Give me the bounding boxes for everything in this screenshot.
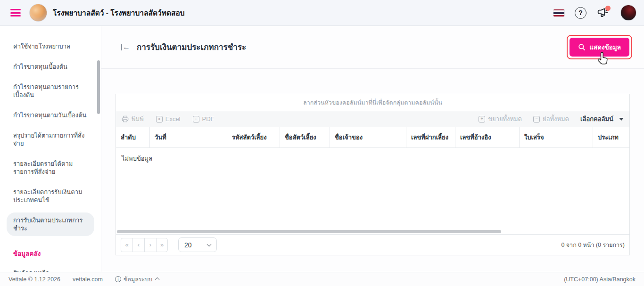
- horizontal-scrollbar[interactable]: [117, 230, 501, 233]
- top-bar-actions: ?: [553, 5, 636, 21]
- choose-columns-button[interactable]: เลือกคอลัมน์: [580, 114, 624, 124]
- collapse-sidebar-icon[interactable]: ←: [121, 43, 130, 51]
- system-info-toggle[interactable]: i ข้อมูลระบบ: [115, 275, 159, 284]
- grid-header-row: ลำดับ วันที่ รหัสสัตว์เลี้ยง ชื่อสัตว์เล…: [116, 127, 629, 148]
- app-window: โรงพยาบาลสัตว์ - โรงพยาบาลสัตว์ทดสอบ ? ค…: [0, 0, 644, 286]
- column-header-label: เลขที่อ้างอิง: [460, 134, 491, 141]
- column-header-label: เลขที่ฝากเลี้ยง: [411, 134, 448, 141]
- sidebar: ค่าใช้จ่ายโรงพยาบาล กำไรขาดทุนเบื้องต้น …: [0, 26, 101, 272]
- sidebar-item-profit-loss-by-item[interactable]: กำไรขาดทุนตามรายการเบื้องต้น: [7, 79, 94, 103]
- organization-title: โรงพยาบาลสัตว์ - โรงพยาบาลสัตว์ทดสอบ: [53, 7, 185, 19]
- pager-info: 0 จาก 0 หน้า (0 รายการ): [561, 240, 625, 250]
- pager-buttons: « ‹ › »: [121, 238, 168, 252]
- column-header-label: ประเภท: [598, 134, 619, 141]
- column-header-label: ชื่อเจ้าของ: [335, 134, 363, 141]
- column-header-type[interactable]: ประเภท: [593, 127, 629, 147]
- help-icon[interactable]: ?: [575, 7, 586, 19]
- chevron-down-icon: [619, 118, 624, 121]
- sidebar-item-hospital-expenses[interactable]: ค่าใช้จ่ายโรงพยาบาล: [7, 39, 94, 54]
- column-header-pet-code[interactable]: รหัสสัตว์เลี้ยง: [227, 127, 280, 147]
- show-data-button[interactable]: แสดงข้อมูล: [570, 38, 629, 57]
- export-excel-button[interactable]: x Excel: [156, 115, 181, 123]
- pdf-label: PDF: [202, 115, 215, 123]
- sidebar-menu: ค่าใช้จ่ายโรงพยาบาล กำไรขาดทุนเบื้องต้น …: [0, 26, 101, 272]
- column-header-date[interactable]: วันที่: [150, 127, 227, 147]
- sidebar-item-label: กำไรขาดทุนตามรายการเบื้องต้น: [13, 83, 79, 98]
- user-avatar[interactable]: [620, 5, 636, 21]
- info-icon: i: [115, 276, 121, 282]
- column-header-pet-name[interactable]: ชื่อสัตว์เลี้ยง: [280, 127, 330, 147]
- collapse-all-icon: −: [533, 116, 540, 123]
- column-header-label: ชื่อสัตว์เลี้ยง: [285, 134, 316, 141]
- pager-prev-button[interactable]: ‹: [132, 238, 144, 252]
- footer: Vettale © 1.12 2026 vettale.com i ข้อมูล…: [0, 272, 644, 286]
- excel-icon: x: [156, 116, 163, 123]
- sidebar-item-label: รายละเอียดการรับเงินตามประเภทคนไข้: [13, 188, 83, 204]
- website-link[interactable]: vettale.com: [73, 276, 103, 283]
- sidebar-item-preliminary-profit-loss[interactable]: กำไรขาดทุนเบื้องต้น: [7, 59, 94, 74]
- sidebar-item-income-detail-by-order[interactable]: รายละเอียดรายได้ตามรายการที่สั่งจ่าย: [7, 156, 94, 180]
- collapse-all-label: ย่อทั้งหมด: [543, 114, 569, 124]
- grid-toolbar: พิมพ์ x Excel ↓ PDF + ขยายทั้งหมด −: [116, 111, 629, 127]
- sidebar-item-label: การรับเงินตามประเภทการชำระ: [13, 217, 83, 232]
- copyright-text: Vettale © 1.12 2026: [8, 276, 60, 283]
- sidebar-section-inventory: ข้อมูลคลัง: [7, 248, 94, 259]
- show-data-button-focus-ring: แสดงข้อมูล: [567, 35, 632, 59]
- column-header-label: รหัสสัตว์เลี้ยง: [232, 134, 267, 141]
- sidebar-item-label: รายละเอียดรายได้ตามรายการที่สั่งจ่าย: [13, 160, 73, 175]
- sidebar-scrollbar[interactable]: [97, 60, 100, 114]
- page-header: ← การรับเงินตามประเภทการชำระ แสดงข้อมูล: [101, 26, 644, 69]
- page-size-value: 20: [184, 241, 192, 249]
- column-header-receipt[interactable]: ใบเสร็จ: [520, 127, 593, 147]
- column-header-label: วันที่: [155, 134, 166, 141]
- sidebar-item-income-summary-by-order[interactable]: สรุปรายได้ตามรายการที่สั่งจ่าย: [7, 128, 94, 151]
- empty-state-text: ไม่พบข้อมูล: [116, 148, 629, 169]
- show-data-button-label: แสดงข้อมูล: [589, 42, 621, 52]
- notification-dot: [605, 6, 611, 11]
- page-title: การรับเงินตามประเภทการชำระ: [137, 41, 246, 53]
- page-size-select[interactable]: 20: [178, 237, 217, 252]
- excel-label: Excel: [165, 115, 181, 123]
- grid-body: ไม่พบข้อมูล: [116, 148, 629, 234]
- group-by-hint: ลากส่วนหัวของคอลัมน์มาที่นี่เพื่อจัดกลุ่…: [303, 98, 442, 107]
- print-button[interactable]: พิมพ์: [122, 114, 144, 124]
- column-header-order[interactable]: ลำดับ: [116, 127, 150, 147]
- search-icon: [578, 43, 586, 51]
- column-header-reference-no[interactable]: เลขที่อ้างอิง: [455, 127, 520, 147]
- sidebar-item-remaining-stock[interactable]: สินค้าคงเหลือ: [7, 265, 94, 272]
- expand-all-label: ขยายทั้งหมด: [488, 114, 522, 124]
- collapse-arrow-glyph: ←: [123, 43, 130, 51]
- main-content: ← การรับเงินตามประเภทการชำระ แสดงข้อมูล: [101, 26, 644, 272]
- data-grid: ลากส่วนหัวของคอลัมน์มาที่นี่เพื่อจัดกลุ่…: [116, 94, 630, 255]
- collapse-all-button[interactable]: − ย่อทั้งหมด: [533, 114, 569, 124]
- export-pdf-button[interactable]: ↓ PDF: [193, 115, 215, 123]
- organization-avatar[interactable]: [29, 4, 47, 22]
- chevron-down-icon: [207, 242, 212, 246]
- group-by-panel[interactable]: ลากส่วนหัวของคอลัมน์มาที่นี่เพื่อจัดกลุ่…: [116, 94, 629, 111]
- top-bar: โรงพยาบาลสัตว์ - โรงพยาบาลสัตว์ทดสอบ ?: [0, 0, 644, 26]
- pager-last-button[interactable]: »: [156, 238, 168, 252]
- sidebar-item-label: กำไรขาดทุนตามวันเบื้องต้น: [13, 112, 86, 119]
- sidebar-item-profit-loss-by-day[interactable]: กำไรขาดทุนตามวันเบื้องต้น: [7, 107, 94, 123]
- sidebar-item-receipts-by-patient-type[interactable]: รายละเอียดการรับเงินตามประเภทคนไข้: [7, 184, 94, 208]
- column-header-label: ใบเสร็จ: [524, 134, 544, 141]
- choose-columns-label: เลือกคอลัมน์: [580, 114, 613, 124]
- system-info-label: ข้อมูลระบบ: [124, 275, 152, 284]
- pager-next-button[interactable]: ›: [144, 238, 156, 252]
- language-flag-thailand-icon[interactable]: [553, 9, 564, 16]
- timezone-text: (UTC+07:00) Asia/Bangkok: [564, 276, 636, 283]
- expand-all-icon: +: [479, 116, 485, 123]
- column-header-boarding-no[interactable]: เลขที่ฝากเลี้ยง: [406, 127, 455, 147]
- pdf-icon: ↓: [193, 116, 199, 123]
- column-header-owner-name[interactable]: ชื่อเจ้าของ: [330, 127, 406, 147]
- printer-icon: [122, 115, 129, 123]
- sidebar-item-receipts-by-payment-type[interactable]: การรับเงินตามประเภทการชำระ: [7, 212, 94, 236]
- grid-toolbar-right: + ขยายทั้งหมด − ย่อทั้งหมด เลือกคอลัมน์: [479, 114, 624, 124]
- sidebar-item-label: ค่าใช้จ่ายโรงพยาบาล: [13, 43, 70, 50]
- pager-first-button[interactable]: «: [121, 238, 132, 252]
- expand-all-button[interactable]: + ขยายทั้งหมด: [479, 114, 522, 124]
- announcements-button[interactable]: [597, 7, 610, 19]
- chevron-up-icon: [155, 278, 160, 282]
- hamburger-menu-icon[interactable]: [10, 9, 21, 16]
- sidebar-item-label: กำไรขาดทุนเบื้องต้น: [13, 63, 67, 70]
